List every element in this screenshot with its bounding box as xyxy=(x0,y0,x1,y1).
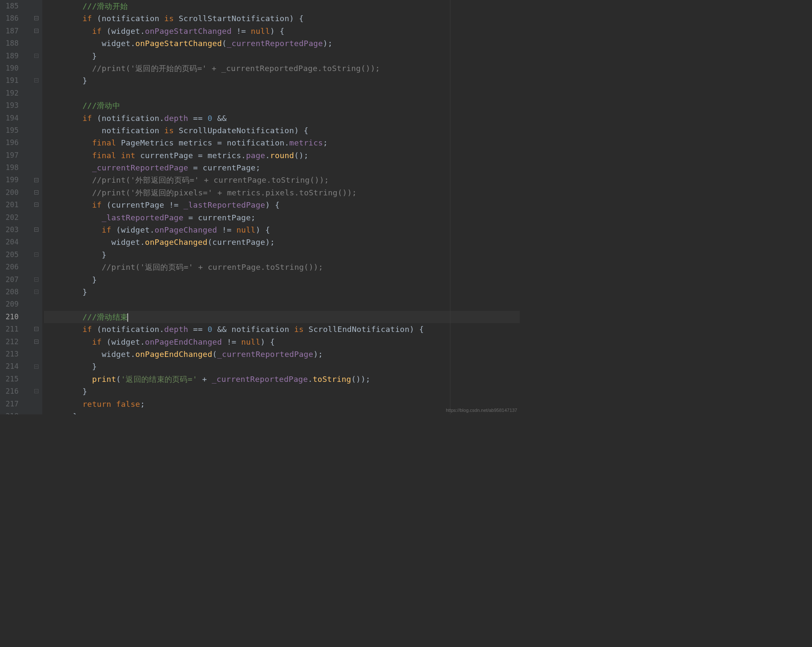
line-number: 186 xyxy=(0,12,26,25)
code-line[interactable]: final int currentPage = metrics.page.rou… xyxy=(44,149,520,162)
line-number: 200 xyxy=(0,186,26,199)
code-line[interactable]: } xyxy=(44,249,520,261)
line-number: 213 xyxy=(0,348,26,360)
watermark: https://blog.csdn.net/ab958147137 xyxy=(446,408,517,413)
code-line[interactable]: ///滑动中 xyxy=(44,99,520,112)
code-line[interactable]: //print('外部返回的页码=' + currentPage.toStrin… xyxy=(44,174,520,186)
line-number: 188 xyxy=(0,37,26,49)
code-line[interactable]: _lastReportedPage = currentPage; xyxy=(44,211,520,224)
code-line[interactable]: } xyxy=(44,286,520,298)
fold-collapse-icon[interactable] xyxy=(34,78,39,83)
code-line[interactable]: notification is ScrollUpdateNotification… xyxy=(44,124,520,137)
line-number: 199 xyxy=(0,174,26,186)
line-number: 203 xyxy=(0,224,26,236)
line-number: 187 xyxy=(0,25,26,37)
line-number: 193 xyxy=(0,99,26,112)
fold-expand-icon[interactable] xyxy=(34,16,39,21)
code-line[interactable]: _currentReportedPage = currentPage; xyxy=(44,162,520,174)
code-line[interactable]: } xyxy=(44,50,520,62)
fold-collapse-icon[interactable] xyxy=(34,252,39,258)
code-editor[interactable]: 1851861871881891901911921931941951961971… xyxy=(0,0,520,414)
line-number: 217 xyxy=(0,398,26,410)
code-line[interactable]: widget.onPageStartChanged(_currentReport… xyxy=(44,37,520,49)
fold-expand-icon[interactable] xyxy=(34,228,39,233)
line-number: 216 xyxy=(0,385,26,398)
code-line[interactable]: } xyxy=(44,385,520,398)
line-number: 185 xyxy=(0,0,26,12)
code-line[interactable]: if (notification is ScrollStartNotificat… xyxy=(44,12,520,25)
line-number: 202 xyxy=(0,211,26,224)
line-number: 210 xyxy=(0,311,26,323)
fold-collapse-icon[interactable] xyxy=(34,277,39,282)
line-number: 209 xyxy=(0,298,26,310)
line-number: 211 xyxy=(0,323,26,335)
fold-collapse-icon[interactable] xyxy=(34,290,39,295)
line-number: 198 xyxy=(0,162,26,174)
code-line[interactable]: if (widget.onPageEndChanged != null) { xyxy=(44,336,520,348)
code-line[interactable]: if (widget.onPageStartChanged != null) { xyxy=(44,25,520,37)
line-number: 215 xyxy=(0,373,26,385)
code-line[interactable]: } xyxy=(44,274,520,286)
fold-expand-icon[interactable] xyxy=(34,190,39,195)
line-number: 191 xyxy=(0,74,26,87)
line-number: 204 xyxy=(0,236,26,248)
line-number: 201 xyxy=(0,199,26,211)
code-line[interactable]: } xyxy=(44,360,520,373)
fold-collapse-icon[interactable] xyxy=(34,365,39,370)
line-number: 214 xyxy=(0,360,26,373)
fold-expand-icon[interactable] xyxy=(34,340,39,345)
code-line[interactable]: //print('返回的页码=' + currentPage.toString(… xyxy=(44,261,520,273)
code-line[interactable] xyxy=(44,87,520,99)
fold-gutter[interactable] xyxy=(26,0,42,414)
line-number: 208 xyxy=(0,286,26,298)
code-line[interactable]: ///滑动开始 xyxy=(44,0,520,12)
code-line[interactable]: if (notification.depth == 0 && notificat… xyxy=(44,323,520,335)
fold-expand-icon[interactable] xyxy=(34,29,39,34)
fold-expand-icon[interactable] xyxy=(34,327,39,332)
code-line[interactable]: } xyxy=(44,74,520,87)
text-cursor xyxy=(127,313,128,322)
line-number: 190 xyxy=(0,62,26,74)
fold-collapse-icon[interactable] xyxy=(34,54,39,59)
line-number: 207 xyxy=(0,274,26,286)
line-number: 196 xyxy=(0,137,26,149)
right-margin-line xyxy=(450,0,450,414)
code-line[interactable]: widget.onPageChanged(currentPage); xyxy=(44,236,520,248)
code-line[interactable]: //print('外部返回的pixels=' + metrics.pixels.… xyxy=(44,186,520,199)
line-number: 192 xyxy=(0,87,26,99)
line-number: 195 xyxy=(0,124,26,137)
code-line[interactable] xyxy=(44,298,520,310)
fold-expand-icon[interactable] xyxy=(34,203,39,208)
fold-expand-icon[interactable] xyxy=(34,178,39,183)
line-number: 206 xyxy=(0,261,26,273)
code-area[interactable]: ///滑动开始 if (notification is ScrollStartN… xyxy=(42,0,520,414)
line-number: 194 xyxy=(0,112,26,124)
code-line[interactable]: widget.onPageEndChanged(_currentReported… xyxy=(44,348,520,360)
line-number: 205 xyxy=(0,249,26,261)
fold-collapse-icon[interactable] xyxy=(34,389,39,394)
code-line[interactable]: ///滑动结束 xyxy=(44,311,520,323)
code-line[interactable]: if (widget.onPageChanged != null) { xyxy=(44,224,520,236)
code-line[interactable]: //print('返回的开始的页码=' + _currentReportedPa… xyxy=(44,62,520,74)
line-number: 197 xyxy=(0,149,26,162)
code-line[interactable]: print('返回的结束的页码=' + _currentReportedPage… xyxy=(44,373,520,385)
line-number: 212 xyxy=(0,336,26,348)
line-number: 218 xyxy=(0,410,26,414)
line-number: 189 xyxy=(0,50,26,62)
code-line[interactable]: final PageMetrics metrics = notification… xyxy=(44,137,520,149)
line-number-gutter: 1851861871881891901911921931941951961971… xyxy=(0,0,26,414)
code-line[interactable]: if (notification.depth == 0 && xyxy=(44,112,520,124)
code-line[interactable]: if (currentPage != _lastReportedPage) { xyxy=(44,199,520,211)
